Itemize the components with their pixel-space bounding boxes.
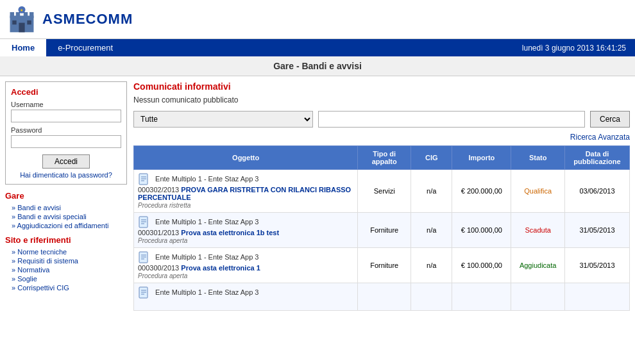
navbar-left: Home e-Procurement [0,39,124,56]
row-oggetto-cell: Ente Multiplo 1 - Ente Staz App 3 000302… [134,170,358,213]
row-entity: Ente Multiplo 1 - Ente Staz App 3 [155,175,258,183]
row-doc-icon [138,251,151,264]
search-row: Tutte Servizi Forniture Lavori Cerca [133,111,630,128]
row-tipo [358,283,411,311]
sito-section-title: Sito e riferimenti [5,235,127,245]
row-entity: Ente Multiplo 1 - Ente Staz App 3 [155,218,258,226]
nav-home[interactable]: Home [0,39,46,56]
row-tipo: Forniture [358,213,411,248]
row-code: 000301/2013 [138,229,181,236]
navbar-datetime: lunedì 3 giugno 2013 16:41:25 [513,40,635,56]
row-title-link[interactable]: Prova asta elettronica 1 [181,264,260,272]
row-oggetto-cell: Ente Multiplo 1 - Ente Staz App 3 000301… [134,213,358,248]
results-table: Oggetto Tipo di appalto CIG Importo Stat… [133,145,630,311]
row-tipo: Servizi [358,170,411,213]
svg-text:★: ★ [21,8,24,12]
username-label: Username [11,101,121,108]
col-importo: Importo [452,146,511,170]
comunicati-text: Nessun comunicato pubblicato [133,95,630,104]
svg-rect-5 [19,23,24,33]
accedi-button[interactable]: Accedi [42,154,90,169]
row-stato: Qualifica [511,170,565,213]
accedi-box: Accedi Username Password Accedi Hai dime… [5,81,127,185]
sidebar-item-soglie[interactable]: Soglie [5,274,127,283]
row-doc-icon [138,173,151,186]
nav-eprocurement[interactable]: e-Procurement [46,39,124,56]
table-header-row: Oggetto Tipo di appalto CIG Importo Stat… [134,146,630,170]
search-input[interactable] [318,111,585,128]
svg-rect-3 [24,12,28,18]
advanced-search-link[interactable]: Ricerca Avanzata [133,133,630,142]
row-procedure: Procedura ristretta [138,202,190,209]
sidebar-item-norme[interactable]: Norme tecniche [5,247,127,256]
navbar: Home e-Procurement lunedì 3 giugno 2013 … [0,39,635,56]
logo-text: ASMECOMM [42,11,133,28]
row-procedure: Procedura aperta [138,272,187,279]
col-oggetto: Oggetto [134,146,358,170]
svg-rect-4 [30,12,33,18]
row-data: 03/06/2013 [564,170,629,213]
svg-rect-6 [12,21,16,24]
sidebar-item-normativa[interactable]: Normativa [5,265,127,274]
username-input[interactable] [11,110,121,122]
row-cig: n/a [411,213,452,248]
row-stato: Aggiudicata [511,248,565,283]
col-tipo: Tipo di appalto [358,146,411,170]
main-layout: Accedi Username Password Accedi Hai dime… [0,76,635,316]
logo-icon: ★ [6,4,37,35]
row-oggetto-cell: Ente Multiplo 1 - Ente Staz App 3 000300… [134,248,358,283]
row-importo: € 100.000,00 [452,248,511,283]
row-doc-icon [138,216,151,229]
row-importo: € 100.000,00 [452,213,511,248]
svg-rect-7 [27,21,31,24]
row-importo [452,283,511,311]
table-row: Ente Multiplo 1 - Ente Staz App 3 000300… [134,248,630,283]
row-entity: Ente Multiplo 1 - Ente Staz App 3 [155,288,258,296]
row-entity: Ente Multiplo 1 - Ente Staz App 3 [155,253,258,261]
row-oggetto-cell: Ente Multiplo 1 - Ente Staz App 3 [134,283,358,311]
page-title: Gare - Bandi e avvisi [0,56,635,76]
table-row: Ente Multiplo 1 - Ente Staz App 3 000301… [134,213,630,248]
svg-rect-1 [10,12,14,18]
row-importo: € 200.000,00 [452,170,511,213]
filter-select[interactable]: Tutte Servizi Forniture Lavori [133,111,313,128]
row-code: 000300/2013 [138,264,181,272]
sidebar-item-bandi-avvisi[interactable]: Bandi e avvisi [5,203,127,212]
row-stato: Scaduta [511,213,565,248]
row-doc-icon [138,286,151,299]
row-cig [411,283,452,311]
logo-area: ★ ASMECOMM [6,4,133,35]
row-data: 31/05/2013 [564,248,629,283]
sidebar-item-aggiudicazioni[interactable]: Aggiudicazioni ed affidamenti [5,221,127,230]
sidebar: Accedi Username Password Accedi Hai dime… [5,81,127,311]
table-row: Ente Multiplo 1 - Ente Staz App 3 000302… [134,170,630,213]
table-row: Ente Multiplo 1 - Ente Staz App 3 [134,283,630,311]
password-label: Password [11,126,121,134]
gare-section-title: Gare [5,191,127,201]
accedi-title: Accedi [11,87,121,97]
col-cig: CIG [411,146,452,170]
sidebar-item-requisiti[interactable]: Requisiti di sistema [5,256,127,265]
row-data: 31/05/2013 [564,213,629,248]
row-tipo: Forniture [358,248,411,283]
col-stato: Stato [511,146,565,170]
row-cig: n/a [411,170,452,213]
row-data [564,283,629,311]
forgot-password-link[interactable]: Hai dimenticato la password? [11,171,121,179]
comunicati-title: Comunicati informativi [133,81,630,92]
sidebar-item-bandi-speciali[interactable]: Bandi e avvisi speciali [5,212,127,221]
row-procedure: Procedura aperta [138,237,187,244]
row-stato [511,283,565,311]
content-area: Comunicati informativi Nessun comunicato… [133,81,630,311]
row-title-link[interactable]: Prova asta elettronica 1b test [181,229,279,236]
header: ★ ASMECOMM [0,0,635,39]
svg-rect-2 [16,12,20,18]
cerca-button[interactable]: Cerca [590,111,630,128]
password-input[interactable] [11,135,121,148]
col-data: Data di pubblicazione [564,146,629,170]
sidebar-item-corrispettivi[interactable]: Corrispettivi CIG [5,283,127,292]
row-cig: n/a [411,248,452,283]
table-body: Ente Multiplo 1 - Ente Staz App 3 000302… [134,170,630,311]
row-code: 000302/2013 [138,186,181,194]
